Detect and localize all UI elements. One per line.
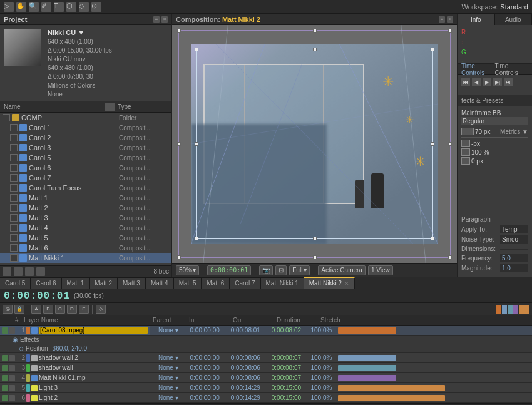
file-checkbox[interactable] <box>10 184 18 192</box>
comp-panel-menu[interactable]: ≡ <box>439 16 445 23</box>
tool-icon-3[interactable]: 🔍 <box>29 2 39 12</box>
layer-eye-icon[interactable] <box>2 395 8 401</box>
file-item[interactable]: Carol Turn Focus Compositi... <box>0 183 171 193</box>
file-item[interactable]: Matt 6 Compositi... <box>0 243 171 253</box>
resolution-btn[interactable]: Full ▾ <box>289 265 310 275</box>
file-item[interactable]: Carol 6 Compositi... <box>0 163 171 173</box>
timeline-layers[interactable]: 1 [Carol 08.mpeg] None ▾ 0:00:00:00 0:00… <box>0 326 532 403</box>
inner-handle-bl[interactable] <box>195 237 198 240</box>
layer-solo-icon[interactable] <box>9 365 15 371</box>
tab-carol-5[interactable]: Carol 5 <box>0 277 31 289</box>
handle-ml[interactable] <box>177 142 181 146</box>
layer-eye-icon[interactable] <box>2 327 8 334</box>
file-checkbox[interactable] <box>10 194 18 202</box>
layer-eye-icon[interactable] <box>2 365 8 371</box>
inner-handle-tm[interactable] <box>313 48 317 51</box>
tool-icon-6[interactable]: ⬡ <box>66 2 76 12</box>
effects-item2[interactable]: Regular <box>461 117 528 125</box>
layer-row[interactable]: 5 Light 3 None ▾ 0:00:00:00 0:00:14:29 0… <box>0 383 532 393</box>
inner-handle-tl[interactable] <box>195 48 198 51</box>
file-item[interactable]: Carol 3 Compositi... <box>0 143 171 153</box>
layer-row[interactable]: 1 [Carol 08.mpeg] None ▾ 0:00:00:00 0:00… <box>0 326 532 336</box>
tool-icon-7[interactable]: ◇ <box>79 2 89 12</box>
layer-row[interactable]: 6 Light 2 None ▾ 0:00:00:00 0:00:14:29 0… <box>0 393 532 403</box>
file-checkbox[interactable] <box>10 254 18 262</box>
tool-icon-5[interactable]: T <box>54 2 64 12</box>
time-display[interactable]: 0:00:00:01 <box>207 265 251 275</box>
layer-eye-icon[interactable] <box>2 375 8 381</box>
tab-matt-1[interactable]: Matt 1 <box>62 277 90 289</box>
tl-lock-btn[interactable]: 🔒 <box>14 305 24 314</box>
tab-close-icon[interactable]: ✕ <box>344 280 349 287</box>
layer-swatch[interactable] <box>26 394 30 402</box>
file-checkbox[interactable] <box>10 204 18 212</box>
tool-icon-1[interactable]: ▷ <box>4 2 14 12</box>
handle-bl[interactable] <box>177 255 181 259</box>
layer-solo-icon[interactable] <box>9 375 15 381</box>
file-checkbox[interactable] <box>10 214 18 222</box>
file-checkbox[interactable] <box>3 114 10 121</box>
tab-carol-7[interactable]: Carol 7 <box>230 277 260 289</box>
tool-icon-4[interactable]: ✐ <box>41 2 51 12</box>
snapshot-btn[interactable]: 📷 <box>259 265 273 275</box>
layer-eye-icon[interactable] <box>2 385 8 391</box>
layer-solo-icon[interactable] <box>9 385 15 391</box>
project-panel-menu[interactable]: ≡ <box>153 16 160 23</box>
file-item[interactable]: COMP Folder <box>0 113 171 123</box>
inner-handle-br[interactable] <box>431 237 434 240</box>
file-item[interactable]: Carol 7 Compositi... <box>0 173 171 183</box>
file-checkbox[interactable] <box>10 174 18 182</box>
layer-swatch[interactable] <box>26 364 30 372</box>
tl-switch2[interactable]: B <box>43 305 53 314</box>
tl-solo-btn[interactable]: ◎ <box>3 305 13 314</box>
file-item[interactable]: Matt 4 Compositi... <box>0 223 171 233</box>
file-list-body[interactable]: COMP Folder Carol 1 Compositi... Carol 2… <box>0 113 171 265</box>
tab-info[interactable]: Info <box>458 14 495 25</box>
layer-eye-icon[interactable] <box>2 355 8 361</box>
tab-matt-2[interactable]: Matt 2 <box>90 277 118 289</box>
layer-swatch[interactable] <box>26 384 30 392</box>
handle-tl[interactable] <box>177 29 181 33</box>
tab-matt-3[interactable]: Matt 3 <box>118 277 146 289</box>
new-comp-icon[interactable] <box>14 267 23 276</box>
tc-play[interactable]: ▶ <box>483 78 491 86</box>
file-checkbox[interactable] <box>10 224 18 232</box>
inner-handle-mr[interactable] <box>431 142 434 146</box>
handle-tm[interactable] <box>313 29 317 33</box>
layer-solo-icon[interactable] <box>9 355 15 361</box>
tool-icon-2[interactable]: ✋ <box>16 2 26 12</box>
file-checkbox[interactable] <box>10 124 18 131</box>
tool-icon-8[interactable]: ⊙ <box>91 2 101 12</box>
tl-switch4[interactable]: D <box>67 305 77 314</box>
tab-matt-nikki-2[interactable]: Matt Nikki 2✕ <box>304 277 355 289</box>
tab-matt-nikki-1[interactable]: Matt Nikki 1 <box>261 277 304 289</box>
file-item[interactable]: Carol 1 Compositi... <box>0 123 171 133</box>
zoom-btn[interactable]: 50% ▾ <box>176 265 199 275</box>
file-item[interactable]: Matt Nikki 1 Compositi... <box>0 253 171 263</box>
delete-icon[interactable] <box>36 267 45 276</box>
file-checkbox[interactable] <box>10 164 18 172</box>
import-icon[interactable] <box>25 267 34 276</box>
file-checkbox[interactable] <box>10 134 18 141</box>
tc-next[interactable]: ▶| <box>493 78 502 86</box>
tab-audio[interactable]: Audio <box>495 14 533 25</box>
file-checkbox[interactable] <box>10 234 18 242</box>
tl-switch5[interactable]: E <box>79 305 89 314</box>
file-item[interactable]: Matt 3 Compositi... <box>0 213 171 223</box>
tl-switch3[interactable]: C <box>55 305 65 314</box>
layer-swatch[interactable] <box>26 374 30 382</box>
position-row-left[interactable]: ◇ Position 360.0, 240.0 <box>0 344 150 352</box>
inner-handle-bm[interactable] <box>313 237 317 240</box>
layer-solo-icon[interactable] <box>9 395 15 401</box>
file-checkbox[interactable] <box>10 154 18 161</box>
file-item[interactable]: Carol 2 Compositi... <box>0 133 171 143</box>
file-item[interactable]: Matt 5 Compositi... <box>0 233 171 243</box>
tl-graph-btn[interactable]: ◇ <box>96 305 106 314</box>
file-item[interactable]: Matt 2 Compositi... <box>0 203 171 213</box>
layer-row[interactable]: 4 Matt Nikki 01.mp None ▾ 0:00:00:00 0:0… <box>0 373 532 383</box>
layer-swatch[interactable] <box>26 354 30 362</box>
tab-matt-4[interactable]: Matt 4 <box>146 277 174 289</box>
tc-last[interactable]: ⏭ <box>504 78 513 86</box>
effects-row-left[interactable]: ◉ Effects <box>0 336 150 344</box>
handle-br[interactable] <box>448 255 452 259</box>
